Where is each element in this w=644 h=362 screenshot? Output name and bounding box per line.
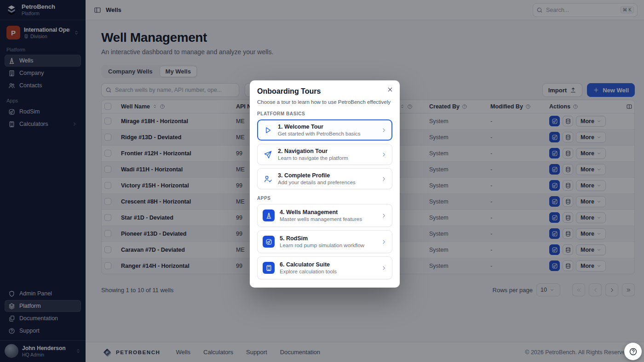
section-label-apps: APPS	[257, 196, 392, 201]
chevron-right-icon	[381, 152, 387, 158]
tour-title: 4. Wells Management	[280, 209, 362, 215]
help-fab-button[interactable]	[624, 343, 642, 360]
tour-title: 6. Calculator Suite	[280, 261, 337, 268]
user-check-icon	[263, 174, 273, 184]
tour-title: 1. Welcome Tour	[278, 124, 361, 130]
navigation-icon	[263, 149, 273, 159]
pumpjack-icon	[263, 236, 275, 248]
tour-title: 2. Navigation Tour	[278, 148, 348, 154]
onboarding-tours-modal: Onboarding Tours Choose a tour to learn …	[250, 80, 400, 288]
chevron-right-icon	[381, 265, 387, 271]
play-icon	[263, 125, 273, 135]
close-icon	[387, 86, 393, 93]
chevron-right-icon	[381, 176, 387, 182]
tour-card[interactable]: 3. Complete Profile Add your details and…	[257, 168, 392, 189]
section-label-platform-basics: PLATFORM BASICS	[257, 111, 392, 116]
tour-description: Learn rod pump simulation workflow	[280, 243, 364, 248]
modal-subtitle: Choose a tour to learn how to use PetroB…	[257, 99, 392, 105]
tour-card[interactable]: 1. Welcome Tour Get started with PetroBe…	[257, 119, 392, 141]
chevron-right-icon	[381, 127, 387, 133]
tour-title: 3. Complete Profile	[278, 172, 356, 179]
derrick-icon	[263, 209, 275, 221]
tour-card[interactable]: 2. Navigation Tour Learn to navigate the…	[257, 144, 392, 165]
close-button[interactable]	[386, 85, 394, 94]
chevron-right-icon	[381, 213, 387, 219]
tour-description: Get started with PetroBench basics	[278, 131, 361, 136]
calculator-icon	[263, 262, 275, 274]
tour-description: Explore calculation tools	[280, 269, 337, 274]
tour-list-basics: 1. Welcome Tour Get started with PetroBe…	[257, 119, 392, 189]
help-circle-icon	[629, 347, 638, 356]
tour-list-apps: 4. Wells Management Master wells managem…	[257, 204, 392, 279]
tour-card[interactable]: 6. Calculator Suite Explore calculation …	[257, 256, 392, 279]
tour-description: Master wells management features	[280, 216, 362, 222]
chevron-right-icon	[381, 239, 387, 245]
tour-title: 5. RodSim	[280, 235, 364, 242]
tour-description: Learn to navigate the platform	[278, 155, 348, 161]
tour-description: Add your details and preferences	[278, 180, 356, 185]
modal-title: Onboarding Tours	[257, 87, 392, 96]
tour-card[interactable]: 5. RodSim Learn rod pump simulation work…	[257, 230, 392, 253]
app-window: PetroBench Platform P International Oper…	[0, 0, 644, 362]
tour-card[interactable]: 4. Wells Management Master wells managem…	[257, 204, 392, 227]
